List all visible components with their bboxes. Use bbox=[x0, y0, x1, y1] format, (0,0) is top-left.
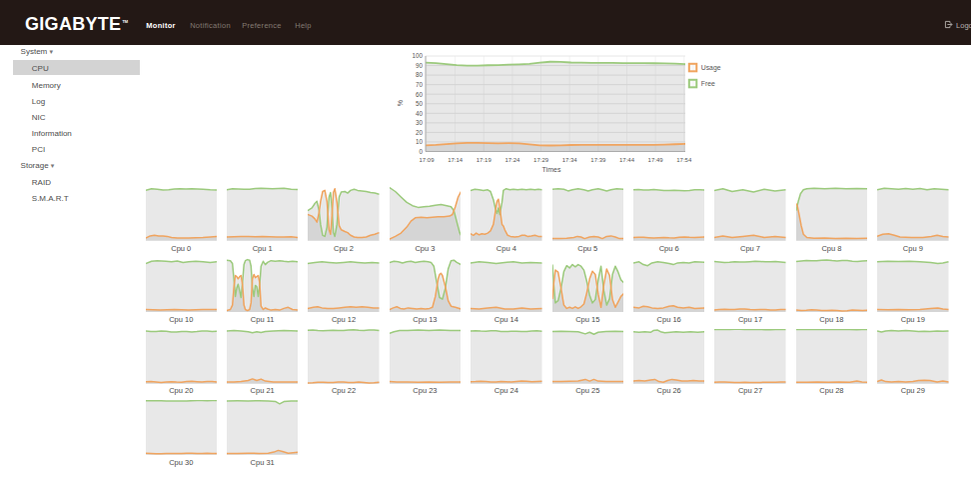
svg-text:60: 60 bbox=[416, 91, 424, 98]
svg-text:Times: Times bbox=[542, 166, 561, 173]
svg-text:0: 0 bbox=[419, 148, 423, 155]
svg-text:50: 50 bbox=[416, 100, 424, 107]
svg-text:70: 70 bbox=[416, 81, 424, 88]
svg-text:100: 100 bbox=[412, 52, 423, 59]
svg-text:17:34: 17:34 bbox=[562, 157, 578, 163]
svg-text:17:24: 17:24 bbox=[504, 157, 520, 163]
svg-text:10: 10 bbox=[416, 138, 424, 145]
svg-text:40: 40 bbox=[416, 110, 424, 117]
svg-text:17:19: 17:19 bbox=[477, 157, 492, 163]
svg-text:Free: Free bbox=[701, 80, 715, 87]
svg-text:17:39: 17:39 bbox=[590, 157, 606, 163]
svg-text:Usage: Usage bbox=[701, 64, 721, 72]
svg-text:17:29: 17:29 bbox=[533, 157, 549, 163]
svg-text:17:14: 17:14 bbox=[448, 157, 464, 163]
svg-text:17:09: 17:09 bbox=[419, 157, 435, 163]
svg-text:20: 20 bbox=[416, 129, 424, 136]
svg-text:17:44: 17:44 bbox=[619, 157, 635, 163]
svg-text:17:54: 17:54 bbox=[676, 157, 692, 163]
svg-text:90: 90 bbox=[416, 62, 424, 69]
svg-text:30: 30 bbox=[416, 119, 424, 126]
svg-text:80: 80 bbox=[416, 71, 424, 78]
svg-text:17:49: 17:49 bbox=[648, 157, 664, 163]
svg-text:%: % bbox=[397, 100, 404, 106]
